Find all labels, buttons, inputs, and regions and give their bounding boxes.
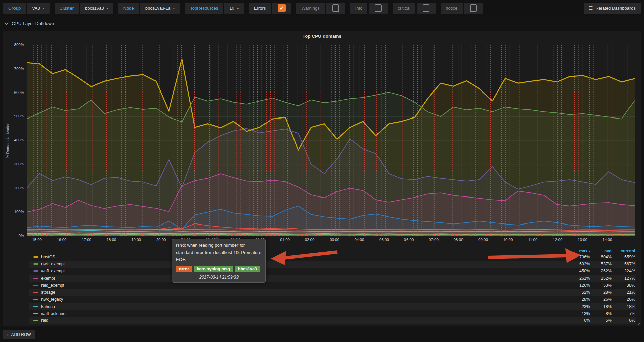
variable-topresources: TopResources10▾ [185,3,244,14]
legend-series-name[interactable]: kahuna [41,304,55,309]
legend-series-name[interactable]: raid [41,318,48,323]
legend-series-name[interactable]: wafl_exempt [41,269,65,273]
series-color-dash-icon [33,313,38,314]
variable-value: VA3 [32,6,40,11]
legend-series-name[interactable]: wafl_xcleaner [41,311,67,316]
legend-row: raid6%5%6% [29,317,636,324]
variable-cluster: Clusterbbcs1va3▾ [55,3,113,14]
variable-value-dropdown[interactable]: bbcs1va3-1a▾ [140,3,180,14]
legend-avg-value: 604% [590,255,612,259]
checkbox-unchecked-icon[interactable] [332,4,339,12]
legend-sort-header-current[interactable]: current [612,248,635,253]
cpu-domains-chart[interactable] [27,45,635,236]
dashboard-row-header[interactable]: CPU Layer Drilldown [0,16,54,30]
chevron-down-icon [4,22,9,25]
x-tick-label: 10:00 [500,238,516,242]
variable-value: 10 [229,6,234,11]
checkbox-unchecked-icon[interactable] [375,4,382,12]
legend-series-kahuna[interactable]: kahuna [29,304,568,309]
variable-value-dropdown[interactable]: bbcs1va3▾ [80,3,113,14]
tooltip-tag-error[interactable]: error [176,266,192,272]
row-title: CPU Layer Drilldown [12,21,54,26]
x-tick-label: 03:00 [327,238,343,242]
legend-avg-value: 26% [590,297,612,302]
variable-checkbox-box[interactable] [417,3,436,14]
legend-series-storage[interactable]: storage [29,290,568,295]
legend-series-name[interactable]: storage [41,290,55,295]
y-tick-label: 800% [3,43,24,47]
x-tick-label: 04:00 [351,238,367,242]
x-tick-label: 05:00 [376,238,392,242]
x-tick-label: 09:00 [475,238,491,242]
dropdown-caret-icon: ▾ [237,6,239,10]
series-color-dash-icon [33,285,38,286]
x-tick-label: 12:00 [550,238,566,242]
related-dashboards-button[interactable]: ☰ Related Dashboards [584,3,641,14]
legend-max-value: 261% [568,276,590,281]
tooltip-tag-kern-syslog-msg[interactable]: kern.syslog.msg [194,266,233,272]
variable-value-dropdown[interactable]: 10▾ [224,3,244,14]
variable-checkbox-box[interactable]: ✓ [272,3,291,14]
dropdown-caret-icon: ▾ [107,6,108,10]
legend-current-value: 21% [612,290,635,295]
checkbox-unchecked-icon[interactable] [470,4,477,12]
legend-row: hostOS736%604%659% [29,254,636,261]
legend-current-value: 7% [612,311,635,316]
variable-value-dropdown[interactable]: VA3▾ [27,3,50,14]
top-cpu-domains-panel: Top CPU domains % Domain Utilization 0%1… [3,31,641,326]
legend-row: storage52%28%21% [29,289,636,296]
legend-current-value: 567% [612,262,635,266]
legend-series-name[interactable]: nwk_legacy [41,297,63,302]
legend-series-wafl_xcleaner[interactable]: wafl_xcleaner [29,311,568,316]
legend-series-exempt[interactable]: exempt [29,276,568,281]
x-tick-label: 16:00 [54,238,70,242]
chart-plot-area[interactable] [27,45,635,236]
variable-notice: notice [441,3,483,14]
legend-row: nwk_legacy28%26%26% [29,296,636,303]
series-color-dash-icon [33,299,38,300]
x-tick-label: 11:00 [525,238,541,242]
legend-max-value: 450% [568,269,590,273]
tooltip-message: rshd: when reading port number for stand… [176,242,262,263]
add-row-button[interactable]: + ADD ROW [3,330,35,339]
legend-series-wafl_exempt[interactable]: wafl_exempt [29,269,568,273]
variable-checkbox-box[interactable] [326,3,345,14]
legend-series-name[interactable]: nwk_exempt [41,262,65,266]
legend-series-name[interactable]: raid_exempt [41,283,64,288]
legend-series-nwk_legacy[interactable]: nwk_legacy [29,297,568,302]
legend-sort-header-max[interactable]: max▾ [568,248,590,253]
dropdown-caret-icon: ▾ [43,6,45,10]
legend-row: wafl_xcleaner13%8%7% [29,310,636,317]
legend-series-name[interactable]: hostOS [41,255,55,259]
legend-sort-header-avg[interactable]: avg [590,248,612,253]
legend-avg-value: 537% [590,262,612,266]
legend-max-value: 126% [568,283,590,288]
variable-checkbox-box[interactable] [369,3,388,14]
legend-avg-value: 5% [590,318,612,323]
y-tick-label: 100% [3,210,24,214]
series-color-dash-icon [33,270,38,272]
plus-icon: + [7,332,9,337]
panel-title[interactable]: Top CPU domains [3,34,641,39]
legend-series-hostOS[interactable]: hostOS [29,255,568,259]
tooltip-tag-bbcs1va3[interactable]: bbcs1va3 [235,266,260,272]
legend-avg-value: 262% [590,269,612,273]
legend-current-value: 18% [612,304,635,309]
variable-warnings: Warnings [296,3,345,14]
x-tick-label: 20:00 [153,238,169,242]
variable-label: TopResources [185,3,223,14]
checkbox-checked-icon[interactable]: ✓ [278,4,286,12]
legend-current-value: 26% [612,297,635,302]
legend-series-raid[interactable]: raid [29,318,568,323]
menu-icon: ☰ [589,5,593,11]
x-tick-label: 17:00 [79,238,95,242]
legend-series-name[interactable]: exempt [41,276,55,281]
legend-series-nwk_exempt[interactable]: nwk_exempt [29,262,568,266]
variable-checkbox-box[interactable] [464,3,483,14]
panel-resize-handle[interactable] [636,321,640,325]
add-row-label: ADD ROW [11,332,31,337]
checkbox-unchecked-icon[interactable] [423,4,429,12]
variable-label: Group [3,3,26,14]
series-color-dash-icon [33,320,38,321]
legend-series-raid_exempt[interactable]: raid_exempt [29,283,568,288]
